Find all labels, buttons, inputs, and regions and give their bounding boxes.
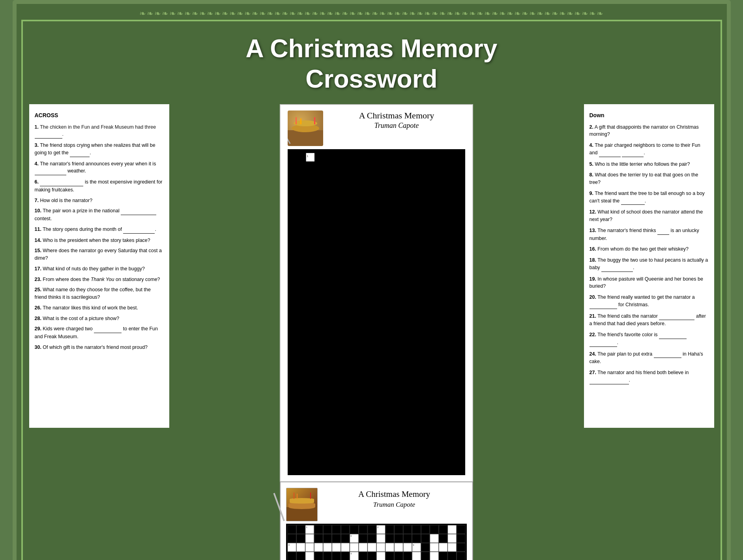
puzzle-book-author: Truman Capote [322, 501, 467, 509]
across-heading: ACROSS [35, 111, 164, 120]
down-clue-9: 9. The friend want the tree to be tall e… [590, 190, 709, 205]
svg-rect-54 [341, 543, 350, 552]
down-clue-18: 18. The buggy the two use to haul pecans… [590, 257, 709, 272]
across-panel: ACROSS 1. The chicken in the Fun and Fre… [29, 104, 169, 428]
svg-rect-24 [448, 525, 457, 534]
clue-7: 7. How old is the narrator? [35, 197, 164, 204]
svg-rect-49 [297, 543, 305, 552]
svg-rect-0 [288, 150, 464, 311]
svg-rect-70 [297, 552, 305, 560]
svg-rect-87 [439, 552, 447, 560]
svg-rect-28 [305, 534, 314, 543]
svg-rect-23 [439, 525, 447, 534]
down-panel: Down 2. A gift that disappoints the narr… [584, 104, 714, 428]
svg-rect-88 [448, 552, 457, 560]
clue-25: 25. What name do they choose for the cof… [35, 286, 164, 301]
svg-rect-42 [421, 534, 430, 543]
svg-rect-40 [403, 534, 412, 543]
clue-28: 28. What is the cost of a picture show? [35, 315, 164, 322]
crossword-grid: 1 1 [288, 149, 465, 475]
down-clue-27: 27. The narrator and his friend both bel… [590, 369, 709, 384]
svg-rect-78 [359, 552, 367, 560]
down-clue-5: 5. Who is the little terrier who follows… [590, 161, 709, 168]
svg-rect-55 [350, 543, 359, 552]
clue-29: 29. Kids were charged two to enter the F… [35, 325, 164, 341]
svg-rect-22 [430, 525, 439, 534]
svg-rect-45 [448, 534, 457, 543]
svg-rect-59 [386, 543, 394, 552]
svg-rect-73 [323, 552, 332, 560]
down-clue-2: 2. A gift that disappoints the narrator … [590, 124, 709, 139]
puzzle-book-title: A Christmas Memory [322, 489, 467, 499]
svg-rect-46 [457, 534, 465, 543]
clue-15: 15. Where does the narrator go every Sat… [35, 247, 164, 262]
svg-rect-60 [395, 543, 403, 552]
svg-rect-80 [376, 552, 385, 560]
down-clue-20: 20. The friend really wanted to get the … [590, 294, 709, 309]
svg-rect-64 [421, 543, 430, 552]
svg-rect-81 [386, 552, 394, 560]
svg-rect-74 [332, 552, 341, 560]
svg-rect-50 [305, 543, 314, 552]
svg-text:1: 1 [306, 526, 307, 528]
svg-rect-61 [403, 543, 412, 552]
down-clue-24: 24. The pair plan to put extra in Haha's… [590, 350, 709, 366]
svg-rect-32 [341, 534, 350, 543]
down-clue-16: 16. From whom do the two get their whisk… [590, 245, 709, 253]
clue-11: 11. The story opens during the month of … [35, 226, 164, 234]
svg-text:2: 2 [377, 526, 378, 528]
svg-rect-86 [430, 552, 439, 560]
svg-rect-53 [332, 543, 341, 552]
clue-1: 1. The chicken in the Fun and Freak Muse… [35, 124, 164, 139]
clue-17: 17. What kind of nuts do they gather in … [35, 265, 164, 273]
svg-rect-12 [350, 525, 359, 534]
svg-rect-20 [412, 525, 421, 534]
svg-rect-29 [314, 534, 323, 543]
svg-rect-18 [395, 525, 403, 534]
clue-3: 3. The friend stops crying when she real… [35, 142, 164, 157]
svg-rect-71 [305, 552, 314, 560]
svg-rect-72 [314, 552, 323, 560]
svg-rect-19 [403, 525, 412, 534]
svg-rect-89 [457, 552, 465, 560]
svg-rect-43 [430, 534, 439, 543]
clue-23: 23. From where does the Thank You on sta… [35, 276, 164, 283]
svg-rect-36 [368, 534, 376, 543]
svg-rect-68 [457, 543, 465, 552]
svg-rect-85 [421, 552, 430, 560]
down-heading: Down [590, 111, 709, 120]
svg-rect-52 [323, 543, 332, 552]
down-clue-21: 21. The friend calls the narrator after … [590, 313, 709, 328]
svg-rect-30 [323, 534, 332, 543]
svg-rect-82 [395, 552, 403, 560]
clue-6: 6. is the most expensive ingredient for … [35, 178, 164, 194]
svg-rect-26 [288, 534, 296, 543]
crossword-panel: A Christmas Memory Truman Capote [176, 104, 577, 560]
svg-rect-4 [288, 525, 296, 534]
svg-rect-10 [332, 525, 341, 534]
svg-rect-38 [386, 534, 394, 543]
down-clue-8: 8. What does the terrier try to eat that… [590, 171, 709, 186]
book-author: Truman Capote [328, 122, 465, 130]
svg-rect-8 [314, 525, 323, 534]
svg-rect-51 [314, 543, 323, 552]
svg-rect-69 [288, 552, 296, 560]
book-title: A Christmas Memory [328, 111, 465, 121]
title-area: A Christmas Memory Crossword [29, 28, 714, 104]
down-clue-22: 22. The friend's favorite color is . [590, 331, 709, 347]
svg-rect-17 [386, 525, 394, 534]
svg-rect-9 [323, 525, 332, 534]
clue-14: 14. Who is the president when the story … [35, 237, 164, 244]
svg-rect-13 [359, 525, 367, 534]
svg-rect-44 [439, 534, 447, 543]
main-title: A Christmas Memory Crossword [29, 34, 714, 94]
svg-rect-65 [430, 543, 439, 552]
svg-rect-66 [439, 543, 447, 552]
down-clue-4: 4. The pair charged neighbors to come to… [590, 142, 709, 157]
clue-10: 10. The pair won a prize in the national… [35, 207, 164, 223]
svg-rect-57 [368, 543, 376, 552]
svg-rect-37 [376, 534, 385, 543]
svg-rect-79 [368, 552, 376, 560]
svg-rect-35 [359, 534, 367, 543]
svg-rect-5 [297, 525, 305, 534]
